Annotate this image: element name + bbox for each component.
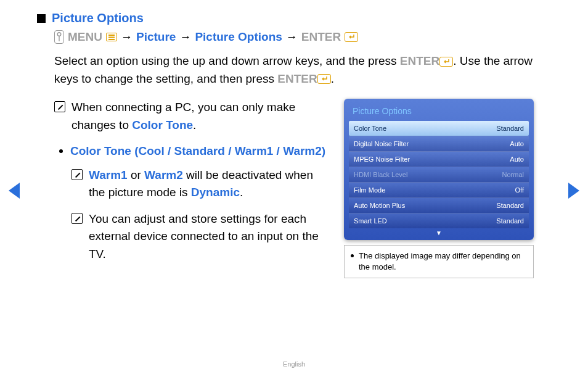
osd-row-value: Standard [496,217,524,225]
osd-row: Film ModeOff [349,182,529,197]
osd-scroll-down-icon: ▼ [349,228,529,236]
breadcrumb-enter: ENTER [301,30,341,44]
dot-bullet-icon [59,149,63,153]
note-adjust-text: You can adjust and store settings for ea… [89,210,332,263]
osd-panel: Picture Options Color ToneStandardDigita… [344,99,534,240]
remote-icon [54,30,64,44]
note-warm: Warm1 or Warm2 will be deactivated when … [71,167,332,202]
osd-row: Digital Noise FilterAuto [349,136,529,151]
note-pc-b: Color Tone [132,118,193,131]
right-column: Picture Options Color ToneStandardDigita… [344,99,534,278]
note-warm-text: Warm1 or Warm2 will be deactivated when … [89,167,332,202]
next-page-arrow[interactable] [568,183,579,199]
warm-f: . [240,186,243,199]
osd-row-value: Standard [496,125,524,132]
osd-row-label: Digital Noise Filter [354,140,409,147]
note-pc-text: When connecting a PC, you can only make … [71,99,332,134]
osd-row: Smart LEDStandard [349,213,529,228]
osd-row: Color ToneStandard [349,121,529,136]
osd-row: MPEG Noise FilterAuto [349,151,529,167]
osd-row-label: HDMI Black Level [354,171,407,178]
osd-title: Picture Options [349,104,529,121]
osd-row-value: Auto [510,140,524,147]
previous-page-arrow[interactable] [9,183,20,199]
warm-a: Warm1 [89,168,128,181]
breadcrumb-arrow-2: → [179,30,191,44]
color-tone-heading-row: Color Tone (Cool / Standard / Warm1 / Wa… [59,143,332,160]
warm-b: or [128,168,144,181]
osd-row-value: Auto [510,155,524,163]
note-icon [71,169,83,180]
instr-part-1: Select an option using the up and down a… [54,54,400,67]
warm-e: Dynamic [191,186,240,199]
osd-row-label: Film Mode [354,186,385,194]
osd-row-label: Smart LED [354,217,387,225]
enter-icon [317,74,331,84]
instr-part-3: . [331,72,334,85]
note-icon [54,101,65,112]
breadcrumb-menu: MENU [68,30,102,44]
color-tone-heading: Color Tone (Cool / Standard / Warm1 / Wa… [70,143,325,160]
left-column: When connecting a PC, you can only make … [54,99,332,278]
breadcrumb-picture: Picture [136,30,176,44]
caption-box: The displayed image may differ depending… [344,245,534,278]
instruction-text: Select an option using the up and down a… [54,52,534,88]
sub-notes: Warm1 or Warm2 will be deactivated when … [71,167,332,263]
enter-icon [439,57,453,67]
instr-enter-1: ENTER [400,54,439,67]
section-bullet-icon [37,14,46,23]
breadcrumb: MENU → Picture → Picture Options → ENTER [54,30,534,44]
osd-row-label: MPEG Noise Filter [354,155,410,163]
two-column-layout: When connecting a PC, you can only make … [54,99,534,278]
osd-row: Auto Motion PlusStandard [349,197,529,213]
breadcrumb-arrow-1: → [121,30,133,44]
osd-row-value: Standard [496,202,524,209]
osd-row: HDMI Black LevelNormal [349,167,529,182]
caption-bullet-icon [351,254,354,257]
note-pc-c: . [193,118,196,131]
osd-rows-container: Color ToneStandardDigital Noise FilterAu… [349,121,529,228]
warm-c: Warm2 [144,168,183,181]
breadcrumb-arrow-3: → [286,30,298,44]
page-title: Picture Options [52,11,144,25]
title-row: Picture Options [54,11,534,25]
menu-icon [106,33,117,41]
note-icon [71,213,83,224]
enter-icon [345,32,358,42]
osd-row-value: Normal [502,171,524,178]
page-content: Picture Options MENU → Picture → Picture… [0,0,588,278]
note-pc: When connecting a PC, you can only make … [54,99,332,134]
osd-row-label: Auto Motion Plus [354,202,405,209]
footer-language: English [0,360,588,368]
osd-row-label: Color Tone [354,125,386,132]
note-adjust: You can adjust and store settings for ea… [71,210,332,263]
svg-point-0 [57,33,61,36]
osd-row-value: Off [515,186,524,194]
breadcrumb-picture-options: Picture Options [195,30,282,44]
instr-enter-2: ENTER [277,72,317,85]
caption-text: The displayed image may differ depending… [359,250,527,273]
